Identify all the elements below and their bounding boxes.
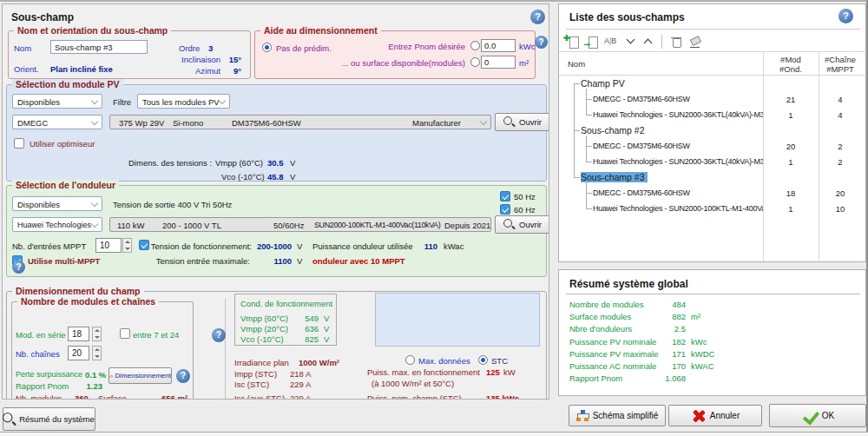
- list-item[interactable]: Sous-champ #3: [559, 169, 865, 185]
- cond-row-label: Vmpp (20°C): [240, 324, 288, 334]
- output-voltage-label: Tension de sortie 400 V Tri 50Hz: [113, 200, 232, 209]
- module-group-title: Sélection du module PV: [12, 79, 123, 89]
- range-checkbox[interactable]: [120, 328, 130, 339]
- impp-label: Impp (STC): [234, 369, 277, 379]
- module-open-button[interactable]: Ouvrir: [495, 113, 549, 131]
- vmpp-value: 30.5: [267, 158, 284, 168]
- pnom-champ-label: Puiss. nom. champ (STC): [367, 393, 462, 400]
- module-model-select[interactable]: 375 Wp 29V Si-mono DM375M6-60HSW Manufac…: [109, 115, 491, 129]
- cond-row-value: 825: [293, 334, 319, 344]
- summary-row-unit: m²: [691, 312, 700, 321]
- inverter-open-button[interactable]: Ouvrir: [495, 215, 549, 234]
- summary-row-label: Nombre de modules: [569, 300, 644, 309]
- cond-row-unit: V: [324, 314, 329, 323]
- nb-chaines-input[interactable]: 20: [68, 346, 89, 360]
- subfield-panel-title: Sous-champ: [11, 11, 74, 23]
- surface-input[interactable]: 0: [481, 56, 516, 69]
- dimensionnement-help-icon[interactable]: ?: [176, 369, 190, 383]
- inverter-help-icon[interactable]: ?: [12, 261, 25, 274]
- pnom-champ-value: 135 kWc: [486, 393, 519, 400]
- list-item-name: DMEGC - DM375M6-60HSW: [593, 142, 690, 150]
- optimizer-label: Utiliser optimiseur: [30, 139, 95, 149]
- list-item[interactable]: Sous-champ #2: [559, 122, 865, 138]
- list-item[interactable]: Huawei Technologies - SUN2000-100KTL-M1-…: [559, 201, 865, 216]
- chevron-down-icon: [219, 97, 226, 104]
- pnom-input[interactable]: 0.0: [481, 39, 516, 52]
- resume-system-button[interactable]: Résumé du système: [3, 407, 95, 431]
- list-item-chain: 2: [819, 157, 861, 167]
- mppt-note: onduleur avec 10 MPPT: [312, 256, 405, 266]
- list-item-name: Huawei Technologies - SUN2000-36KTL(40kV…: [593, 110, 763, 119]
- aide-group: Aide au dimensionnement Pas de prédim. E…: [254, 30, 536, 79]
- list-item[interactable]: Huawei Technologies - SUN2000-36KTL(40kV…: [559, 154, 865, 169]
- azimut-label: Azimut: [156, 66, 220, 76]
- power-used-value: 110: [417, 241, 437, 251]
- search-icon: [3, 412, 16, 426]
- list-item[interactable]: Huawei Technologies - SUN2000-36KTL(40kV…: [559, 107, 865, 122]
- list-item[interactable]: DMEGC - DM375M6-60HSW1820: [559, 185, 865, 201]
- range-label: entre 7 et 24: [133, 330, 179, 340]
- max-data-radio[interactable]: [405, 355, 415, 365]
- cond-row-label: Vco (-10°C): [240, 334, 284, 344]
- freq50-label: 50 Hz: [514, 192, 536, 201]
- list-item-name: DMEGC - DM375M6-60HSW: [593, 188, 690, 197]
- window-edge-top: [0, 0, 868, 2]
- vmpp-unit: V: [290, 158, 295, 168]
- vmax-unit: V: [297, 256, 302, 266]
- nb-chaines-stepper[interactable]: [92, 346, 102, 360]
- schema-icon: [576, 410, 589, 422]
- power-used-label: Puissance onduleur utilisée: [312, 241, 413, 251]
- summary-row-label: Nbre d'onduleurs: [569, 324, 632, 334]
- perte-label: Perte surpuissance: [16, 370, 82, 379]
- summary-row-label: Surface modules: [569, 312, 631, 321]
- inverter-availability-select[interactable]: Disponibles: [12, 196, 102, 211]
- inclinaison-label: Inclinaison: [156, 55, 220, 64]
- schema-button[interactable]: Schéma simplifié: [569, 405, 666, 426]
- operating-voltage-value: 200-1000: [257, 241, 292, 251]
- cond-row-unit: V: [324, 334, 329, 344]
- ok-check-icon: [801, 409, 819, 423]
- list-item[interactable]: DMEGC - DM375M6-60HSW214: [559, 91, 865, 107]
- cond-title: Cond. de fonctionnement: [240, 299, 332, 308]
- optimizer-checkbox[interactable]: [14, 138, 24, 149]
- list-item-chain: 10: [819, 204, 861, 214]
- module-manufacturer-select[interactable]: DMEGC: [12, 115, 102, 129]
- list-item-name: Champ PV: [581, 78, 625, 89]
- list-item[interactable]: Champ PV: [559, 76, 865, 91]
- summary-row-value: 171: [635, 349, 686, 359]
- tensions-label: Dimens. des tensions :: [128, 158, 212, 168]
- mod-serie-help-icon[interactable]: ?: [212, 328, 226, 342]
- inverter-model-select[interactable]: 110 kW 200 - 1000 V TL 50/60Hz SUN2000-1…: [109, 217, 491, 232]
- mppt-count-label: Nb. d'entrées MPPT: [12, 241, 86, 251]
- isc-label: Isc (STC): [234, 380, 269, 389]
- cancel-button[interactable]: Annuler: [668, 405, 762, 426]
- freq60-label: 60 Hz: [514, 205, 536, 215]
- module-availability-select[interactable]: Disponibles: [12, 94, 102, 109]
- nom-input[interactable]: Sous-champ #3: [50, 40, 148, 54]
- cond-row-value: 549: [293, 314, 319, 323]
- inverter-manufacturer-select[interactable]: Huawei Technologies: [12, 217, 102, 232]
- surface-radio[interactable]: [470, 57, 480, 67]
- perte-value: 0.1 %: [85, 370, 106, 380]
- freq50-checkbox[interactable]: [500, 191, 510, 201]
- freq60-checkbox[interactable]: [500, 204, 510, 215]
- inverter-group: Sélection de l'onduleur Disponibles Tens…: [6, 185, 547, 277]
- module-filter-select[interactable]: Tous les modules PV: [137, 94, 230, 109]
- summary-row-label: Rapport Pnom: [569, 373, 622, 383]
- cond-row-label: Vmpp (60°C): [240, 314, 288, 323]
- aide-help-icon[interactable]: ?: [535, 36, 548, 49]
- mod-serie-input[interactable]: 18: [68, 327, 89, 341]
- list-item[interactable]: DMEGC - DM375M6-60HSW202: [559, 138, 865, 154]
- surface-unit: m²: [519, 58, 529, 68]
- list-item-mod: 18: [764, 188, 818, 198]
- stc-radio[interactable]: [478, 355, 488, 365]
- operating-voltage-label: Tension de fonctionnement:: [111, 241, 252, 251]
- dimensionnement-button[interactable]: Dimensionnement: [108, 367, 172, 384]
- chevron-down-icon: [91, 200, 98, 207]
- subfield-list-rows: Champ PVDMEGC - DM375M6-60HSW214Huawei T…: [559, 4, 865, 261]
- no-predim-radio[interactable]: [262, 43, 272, 52]
- ok-button[interactable]: OK: [769, 404, 866, 427]
- subfield-help-icon[interactable]: ?: [530, 10, 545, 24]
- mod-serie-stepper[interactable]: [92, 327, 102, 341]
- pnom-radio[interactable]: [470, 41, 480, 50]
